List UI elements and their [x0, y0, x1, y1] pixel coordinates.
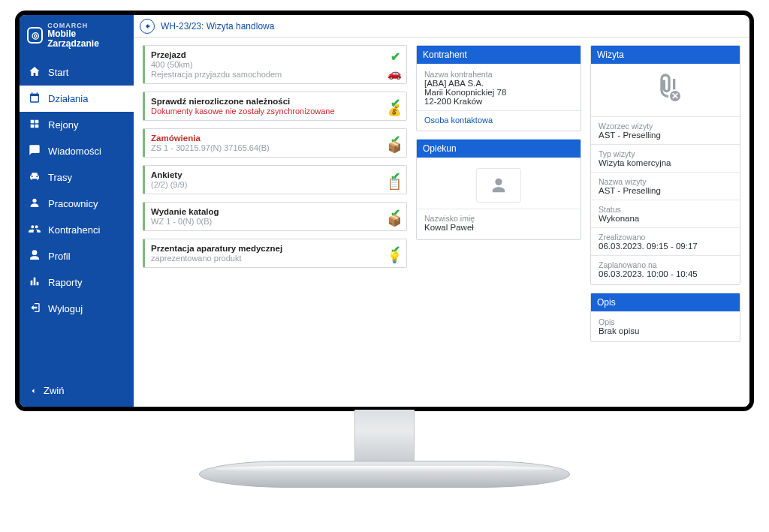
task-subline: Rejestracja przyjazdu samochodem — [151, 70, 378, 79]
avatar — [476, 168, 521, 203]
task-subline: WZ 1 - 0(N) 0(B) — [151, 217, 378, 226]
field-value: 12-200 Kraków — [424, 97, 573, 106]
task-type-icon: 📋 — [388, 177, 402, 191]
task-title: Przentacja aparatury medycznej — [151, 244, 378, 253]
panel-kontrahent: Kontrahent Nazwa kontrahenta [ABA] ABA S… — [416, 45, 581, 131]
field-value: Brak opisu — [599, 326, 732, 335]
task-subline: Dokumenty kasowe nie zostały zsynchroniz… — [151, 107, 378, 116]
task-card[interactable]: Zamówienia ZS 1 - 30215.97(N) 37165.64(B… — [143, 128, 407, 158]
field-value: AST - Preselling — [599, 131, 732, 140]
chart-icon — [29, 275, 41, 290]
contacts-icon — [29, 223, 41, 237]
field-value: AST - Preselling — [599, 186, 732, 195]
sidebar-item-trasy[interactable]: Trasy — [20, 164, 134, 191]
nav: Start Działania Rejony Wiadomości Trasy — [20, 59, 134, 322]
back-button[interactable] — [140, 19, 155, 34]
field-label: Nazwisko imię — [424, 214, 573, 223]
task-card[interactable]: Ankiety (2/2) (9/9) ✔ 📋 — [143, 165, 407, 194]
task-subline: ZS 1 - 30215.97(N) 37165.64(B) — [151, 143, 378, 152]
sidebar-item-wiadomosci[interactable]: Wiadomości — [20, 138, 134, 164]
page-title: WH-23/23: Wizyta handlowa — [161, 21, 274, 32]
field-label: Opis — [599, 317, 732, 326]
sidebar-item-wyloguj[interactable]: Wyloguj — [20, 296, 134, 322]
sidebar-item-label: Pracownicy — [48, 198, 98, 209]
brand: ◎ COMARCH Mobile Zarządzanie — [20, 15, 134, 59]
home-icon — [29, 65, 41, 80]
sidebar-item-label: Wiadomości — [48, 146, 101, 157]
sidebar-item-raporty[interactable]: Raporty — [20, 269, 134, 296]
logout-icon — [29, 302, 41, 316]
task-title: Wydanie katalog — [151, 207, 378, 216]
task-title: Ankiety — [151, 170, 378, 179]
task-title: Sprawdź nierozliczone należności — [151, 97, 378, 106]
panel-wizyta: Wizyta ✕ Wzorzec wizyty AST - Preselling — [590, 45, 740, 285]
field-value: 06.03.2023. 10:00 - 10:45 — [599, 269, 732, 278]
panel-header: Opiekun — [417, 140, 581, 158]
task-type-icon: 📦 — [388, 214, 402, 227]
field-value: 06.03.2023. 09:15 - 09:17 — [599, 242, 732, 251]
task-type-icon: 💰 — [388, 104, 402, 117]
task-list: Przejazd 400 (50km) Rejestracja przyjazd… — [143, 45, 407, 399]
task-type-icon: 🚗 — [388, 67, 402, 80]
task-subline: 400 (50km) — [151, 60, 378, 69]
field-value: Wykonana — [599, 214, 732, 223]
sidebar-item-pracownicy[interactable]: Pracownicy — [20, 191, 134, 217]
attachment-icon: ✕ — [650, 71, 680, 101]
profile-icon — [29, 249, 41, 263]
calendar-icon — [29, 92, 41, 106]
attachment-none-icon: ✕ — [668, 89, 682, 103]
sidebar-item-label: Rejony — [48, 119, 78, 131]
field-label: Status — [599, 205, 732, 214]
field-label: Zrealizowano — [599, 233, 732, 242]
field-label: Nazwa wizyty — [599, 177, 732, 186]
task-subline: (2/2) (9/9) — [151, 180, 378, 189]
sidebar-item-kontrahenci[interactable]: Kontrahenci — [20, 217, 134, 243]
task-title: Zamówienia — [151, 134, 378, 143]
task-title: Przejazd — [151, 50, 378, 59]
sidebar-collapse[interactable]: Zwiń — [20, 377, 134, 407]
brand-bottom: Mobile Zarządzanie — [47, 29, 126, 48]
sidebar-item-label: Działania — [48, 93, 88, 104]
sidebar-item-label: Wyloguj — [48, 303, 83, 314]
task-card[interactable]: Sprawdź nierozliczone należności Dokumen… — [143, 92, 407, 121]
field-label: Nazwa kontrahenta — [424, 70, 573, 79]
task-type-icon: 💡 — [388, 251, 402, 264]
arrow-left-icon — [143, 23, 151, 30]
sidebar-item-start[interactable]: Start — [20, 59, 134, 86]
topbar: WH-23/23: Wizyta handlowa — [134, 15, 749, 38]
chat-icon — [29, 144, 41, 158]
sidebar-item-label: Kontrahenci — [48, 224, 100, 236]
task-card[interactable]: Przejazd 400 (50km) Rejestracja przyjazd… — [143, 45, 407, 84]
panel-opis: Opis Opis Brak opisu — [590, 293, 740, 342]
contact-link[interactable]: Osoba kontaktowa — [424, 116, 573, 125]
sidebar-item-label: Start — [48, 67, 68, 78]
sidebar-item-label: Profil — [48, 251, 71, 262]
sidebar: ◎ COMARCH Mobile Zarządzanie Start Dział… — [20, 15, 134, 407]
task-card[interactable]: Przentacja aparatury medycznej zaprezent… — [143, 239, 407, 268]
field-label: Typ wizyty — [599, 149, 732, 158]
field-label: Wzorzec wizyty — [599, 122, 732, 131]
panel-header: Wizyta — [591, 46, 740, 64]
person-icon — [488, 175, 509, 196]
sidebar-item-profil[interactable]: Profil — [20, 243, 134, 269]
car-icon — [29, 170, 41, 185]
panel-header: Kontrahent — [417, 46, 581, 64]
field-value: [ABA] ABA S.A. — [424, 79, 573, 88]
users-icon — [29, 197, 41, 211]
check-icon: ✔ — [391, 50, 400, 64]
sidebar-item-dzialania[interactable]: Działania — [20, 86, 134, 112]
task-subline: zaprezentowano produkt — [151, 254, 378, 263]
sidebar-item-label: Trasy — [48, 172, 72, 183]
collapse-label: Zwiń — [44, 385, 64, 396]
sidebar-item-rejony[interactable]: Rejony — [20, 112, 134, 138]
regions-icon — [29, 118, 41, 132]
chevron-left-icon — [29, 386, 38, 395]
sidebar-item-label: Raporty — [48, 277, 83, 288]
task-card[interactable]: Wydanie katalog WZ 1 - 0(N) 0(B) ✔ 📦 — [143, 202, 407, 231]
field-label: Zaplanowano na — [599, 260, 732, 269]
task-type-icon: 📦 — [388, 140, 402, 154]
field-value: Kowal Paweł — [424, 223, 573, 232]
field-value: Marii Konopnickiej 78 — [424, 88, 573, 97]
panel-header: Opis — [591, 293, 740, 311]
panel-opiekun: Opiekun Nazwisko imię Kowal Paweł — [416, 139, 581, 240]
